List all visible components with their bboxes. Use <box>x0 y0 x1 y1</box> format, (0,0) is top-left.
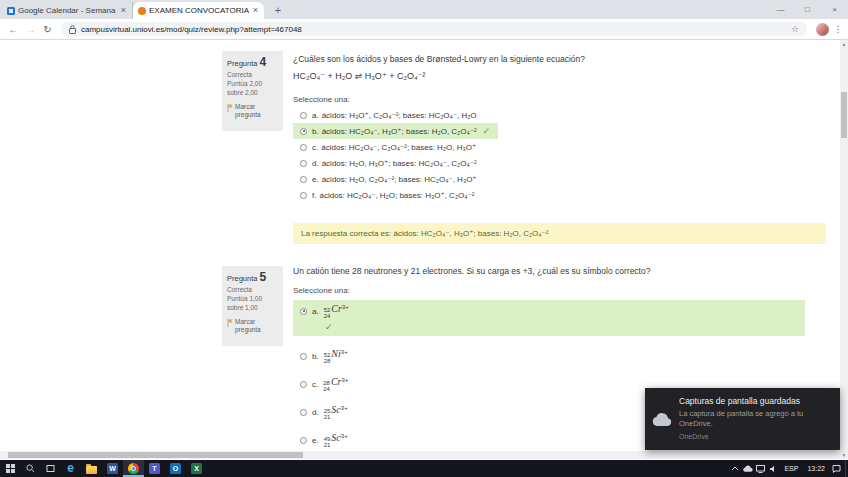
correct-check-icon: ✓ <box>483 126 491 136</box>
option-letter: e. <box>312 436 319 445</box>
question-label: Pregunta <box>227 59 257 68</box>
word-icon: W <box>107 463 118 474</box>
new-tab-button[interactable]: + <box>270 2 286 18</box>
isotope-notation: 2824Cr3+ <box>321 376 348 392</box>
tray-volume-icon[interactable] <box>767 465 780 473</box>
option-letter: b. <box>312 352 319 361</box>
tab-title: Google Calendar - Semana del 1 <box>18 6 117 15</box>
tray-chevron-up-icon[interactable] <box>728 466 741 471</box>
taskbar-app-outlook[interactable]: O <box>165 460 186 477</box>
horizontal-scrollbar-thumb[interactable] <box>8 452 303 458</box>
question5-info-box: Pregunta5 Correcta Puntúa 1,00 sobre 1,0… <box>222 266 283 346</box>
option-letter: b. <box>312 127 319 136</box>
question4-info-box: Pregunta4 Correcta Puntúa 2,00 sobre 2,0… <box>222 51 283 131</box>
horizontal-scrollbar[interactable] <box>0 451 840 459</box>
option-text: ácidos: HC₂O₄⁻, C₂O₄⁻²; bases: H₂O, H₃O⁺ <box>321 143 476 152</box>
tab-close-icon[interactable]: × <box>120 6 127 15</box>
isotope-notation: 5224Cr3+ <box>322 303 349 319</box>
radio-button[interactable] <box>300 160 307 167</box>
clock[interactable]: 13:22 <box>802 465 830 472</box>
question-label: Pregunta <box>227 274 257 283</box>
option-letter: d. <box>312 159 319 168</box>
q4-option-f[interactable]: f. ácidos: HC₂O₄⁻, H₂O; bases: H₃O⁺, C₂O… <box>293 187 482 203</box>
q4-option-c[interactable]: c. ácidos: HC₂O₄⁻, C₂O₄⁻²; bases: H₂O, H… <box>293 139 484 155</box>
q5-option-a-selected-correct[interactable]: a. 5224Cr3+ ✓ <box>293 300 805 336</box>
isotope-notation: 4921Sc3+ <box>322 432 348 448</box>
bookmark-star-icon[interactable]: ☆ <box>791 24 799 34</box>
option-letter: d. <box>312 408 319 417</box>
language-indicator[interactable]: ESP <box>780 465 802 472</box>
lock-icon[interactable] <box>69 20 76 38</box>
scroll-down-arrow[interactable]: ▼ <box>840 451 848 459</box>
action-center-icon[interactable] <box>830 465 843 473</box>
tab-close-icon[interactable]: × <box>252 6 259 15</box>
minimize-button[interactable]: — <box>767 0 794 19</box>
flag-question5-link[interactable]: Marcar pregunta <box>227 318 278 336</box>
question4-grade: Puntúa 2,00 sobre 2,00 <box>227 80 278 98</box>
taskbar-app-teams[interactable]: T <box>144 460 165 477</box>
system-tray: ESP 13:22 <box>728 460 848 477</box>
vertical-scrollbar[interactable]: ▲ ▼ <box>840 40 848 459</box>
scroll-up-arrow[interactable]: ▲ <box>840 40 848 48</box>
radio-button[interactable] <box>300 437 307 444</box>
q4-option-a[interactable]: a. ácidos: H₃O⁺, C₂O₄⁻²; bases: HC₂O₄⁻, … <box>293 107 485 123</box>
radio-button[interactable] <box>300 192 307 199</box>
option-text: ácidos: H₃O⁺, C₂O₄⁻²; bases: HC₂O₄⁻, H₂O <box>322 111 477 120</box>
radio-button[interactable] <box>300 112 307 119</box>
task-view-icon <box>46 464 55 473</box>
radio-button[interactable] <box>300 144 307 151</box>
url-text[interactable]: campusvirtual.uniovi.es/mod/quiz/review.… <box>81 25 791 34</box>
option-text: ácidos: HC₂O₄⁻, H₂O; bases: H₃O⁺, C₂O₄⁻² <box>319 191 474 200</box>
option-text: ácidos: HC₂O₄⁻, H₃O⁺; bases: H₂O, C₂O₄⁻² <box>322 127 477 136</box>
option-text: ácidos: H₂O, H₃O⁺; bases: HC₂O₄⁻, C₂O₄⁻² <box>322 159 477 168</box>
start-button[interactable] <box>0 460 20 477</box>
option-letter: a. <box>312 111 319 120</box>
flag-question4-link[interactable]: Marcar pregunta <box>227 103 278 121</box>
onedrive-toast-notification[interactable]: Capturas de pantalla guardadas La captur… <box>645 388 840 450</box>
q4-option-d[interactable]: d. ácidos: H₂O, H₃O⁺; bases: HC₂O₄⁻, C₂O… <box>293 155 485 171</box>
teams-icon: T <box>149 463 160 474</box>
flag-icon <box>227 104 233 121</box>
back-button[interactable]: ← <box>5 24 22 35</box>
address-bar[interactable]: campusvirtual.uniovi.es/mod/quiz/review.… <box>61 22 807 36</box>
maximize-button[interactable]: □ <box>794 0 821 19</box>
reload-button[interactable]: ↻ <box>39 24 56 35</box>
question-number: 5 <box>259 270 266 284</box>
forward-button[interactable]: → <box>22 24 39 35</box>
task-view-button[interactable] <box>40 460 60 477</box>
q4-option-e[interactable]: e. ácidos: H₂O, C₂O₄⁻²; bases: HC₂O₄⁻, H… <box>293 171 485 187</box>
close-button[interactable]: × <box>821 0 848 19</box>
radio-button-checked[interactable] <box>300 128 307 135</box>
taskbar-app-excel[interactable]: X <box>186 460 207 477</box>
taskbar-app-word[interactable]: W <box>102 460 123 477</box>
radio-button[interactable] <box>300 409 307 416</box>
taskbar-app-file-explorer[interactable] <box>81 460 102 477</box>
tray-onedrive-icon[interactable] <box>741 465 754 472</box>
vertical-scrollbar-thumb[interactable] <box>841 92 847 138</box>
taskbar-app-chrome-active[interactable] <box>123 460 144 477</box>
option-letter: a. <box>312 307 319 316</box>
outlook-icon: O <box>170 463 181 474</box>
toast-app-name: OneDrive <box>679 433 832 440</box>
radio-button[interactable] <box>300 353 307 360</box>
tab-google-calendar[interactable]: Google Calendar - Semana del 1 × <box>2 2 133 19</box>
tray-network-icon[interactable] <box>754 465 767 473</box>
question4-options: a. ácidos: H₃O⁺, C₂O₄⁻²; bases: HC₂O₄⁻, … <box>293 107 826 203</box>
q4-option-b-selected-correct[interactable]: b. ácidos: HC₂O₄⁻, H₃O⁺; bases: H₂O, C₂O… <box>293 123 498 139</box>
q5-option-b[interactable]: b. 5228Ni3+ <box>293 348 826 364</box>
tab-exam-review[interactable]: EXAMEN CONVOCATORIA ORD... × <box>133 2 264 19</box>
browser-menu-icon[interactable]: ⋮ <box>833 24 843 34</box>
option-letter: f. <box>312 191 316 200</box>
windows-logo-icon <box>6 464 15 473</box>
taskbar-app-edge[interactable]: e <box>60 460 81 477</box>
question4-state: Correcta <box>227 71 278 78</box>
radio-button[interactable] <box>300 176 307 183</box>
search-button[interactable] <box>20 460 40 477</box>
radio-button[interactable] <box>300 381 307 388</box>
question4-text: ¿Cuáles son los ácidos y bases de Brønst… <box>293 54 826 64</box>
profile-avatar[interactable] <box>816 23 829 36</box>
file-explorer-icon <box>86 466 97 474</box>
question4-equation: HC₂O₄⁻ + H₂O ⇌ H₃O⁺ + C₂O₄⁻² <box>293 71 826 81</box>
option-text: ácidos: H₂O, C₂O₄⁻²; bases: HC₂O₄⁻, H₃O⁺ <box>322 175 477 184</box>
radio-button-checked[interactable] <box>300 308 307 315</box>
